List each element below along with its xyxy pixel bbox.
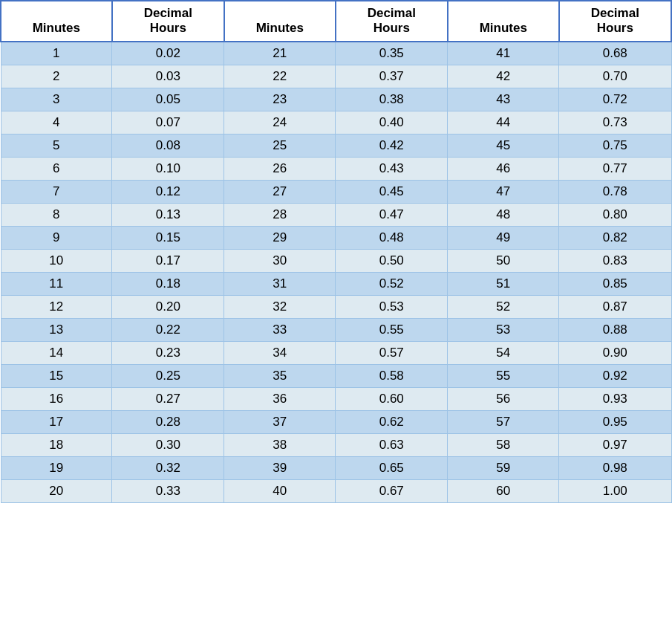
decimal-col-1: 0.30 bbox=[112, 433, 224, 456]
table-row: 10 0.17 30 0.50 50 0.83 bbox=[1, 249, 671, 272]
col-header-minutes-1: Minutes bbox=[1, 1, 112, 42]
decimal-col-1: 0.17 bbox=[112, 249, 224, 272]
decimal-col-1: 0.13 bbox=[112, 203, 224, 226]
minutes-col-1: 6 bbox=[1, 157, 112, 180]
minutes-col-2: 30 bbox=[224, 249, 336, 272]
decimal-col-3: 0.90 bbox=[559, 341, 671, 364]
decimal-col-2: 0.62 bbox=[336, 410, 448, 433]
col-header-minutes-2: Minutes bbox=[224, 1, 336, 42]
decimal-col-2: 0.55 bbox=[336, 318, 448, 341]
table-row: 18 0.30 38 0.63 58 0.97 bbox=[1, 433, 671, 456]
minutes-col-2: 27 bbox=[224, 180, 336, 203]
decimal-col-2: 0.67 bbox=[336, 479, 448, 502]
minutes-col-3: 48 bbox=[448, 203, 559, 226]
decimal-col-3: 0.93 bbox=[559, 387, 671, 410]
decimal-col-2: 0.35 bbox=[336, 42, 448, 65]
table-row: 4 0.07 24 0.40 44 0.73 bbox=[1, 111, 671, 134]
minutes-col-3: 51 bbox=[448, 272, 559, 295]
decimal-col-1: 0.22 bbox=[112, 318, 224, 341]
decimal-col-1: 0.32 bbox=[112, 456, 224, 479]
table-row: 19 0.32 39 0.65 59 0.98 bbox=[1, 456, 671, 479]
decimal-col-3: 0.80 bbox=[559, 203, 671, 226]
decimal-col-3: 0.70 bbox=[559, 65, 671, 88]
minutes-col-3: 53 bbox=[448, 318, 559, 341]
decimal-col-1: 0.27 bbox=[112, 387, 224, 410]
minutes-col-1: 9 bbox=[1, 226, 112, 249]
decimal-col-3: 0.75 bbox=[559, 134, 671, 157]
minutes-col-1: 1 bbox=[1, 42, 112, 65]
decimal-col-1: 0.25 bbox=[112, 364, 224, 387]
decimal-col-3: 0.87 bbox=[559, 295, 671, 318]
decimal-col-2: 0.53 bbox=[336, 295, 448, 318]
decimal-col-2: 0.42 bbox=[336, 134, 448, 157]
minutes-col-2: 40 bbox=[224, 479, 336, 502]
decimal-col-1: 0.05 bbox=[112, 88, 224, 111]
decimal-col-1: 0.08 bbox=[112, 134, 224, 157]
decimal-col-2: 0.58 bbox=[336, 364, 448, 387]
minutes-col-3: 60 bbox=[448, 479, 559, 502]
decimal-col-1: 0.23 bbox=[112, 341, 224, 364]
table-row: 7 0.12 27 0.45 47 0.78 bbox=[1, 180, 671, 203]
minutes-col-1: 8 bbox=[1, 203, 112, 226]
minutes-col-2: 22 bbox=[224, 65, 336, 88]
table-row: 17 0.28 37 0.62 57 0.95 bbox=[1, 410, 671, 433]
minutes-col-2: 36 bbox=[224, 387, 336, 410]
col-header-decimal-1: DecimalHours bbox=[112, 1, 224, 42]
table-row: 12 0.20 32 0.53 52 0.87 bbox=[1, 295, 671, 318]
decimal-col-3: 0.92 bbox=[559, 364, 671, 387]
minutes-col-1: 3 bbox=[1, 88, 112, 111]
decimal-col-3: 0.88 bbox=[559, 318, 671, 341]
minutes-col-3: 43 bbox=[448, 88, 559, 111]
minutes-col-1: 13 bbox=[1, 318, 112, 341]
minutes-col-3: 57 bbox=[448, 410, 559, 433]
decimal-col-1: 0.07 bbox=[112, 111, 224, 134]
minutes-col-2: 35 bbox=[224, 364, 336, 387]
minutes-col-1: 17 bbox=[1, 410, 112, 433]
table-row: 9 0.15 29 0.48 49 0.82 bbox=[1, 226, 671, 249]
decimal-col-3: 0.73 bbox=[559, 111, 671, 134]
decimal-col-3: 0.97 bbox=[559, 433, 671, 456]
decimal-col-2: 0.63 bbox=[336, 433, 448, 456]
decimal-col-1: 0.03 bbox=[112, 65, 224, 88]
decimal-col-3: 0.72 bbox=[559, 88, 671, 111]
decimal-col-1: 0.18 bbox=[112, 272, 224, 295]
minutes-col-2: 34 bbox=[224, 341, 336, 364]
minutes-col-1: 14 bbox=[1, 341, 112, 364]
minutes-col-3: 56 bbox=[448, 387, 559, 410]
minutes-col-1: 2 bbox=[1, 65, 112, 88]
minutes-col-1: 5 bbox=[1, 134, 112, 157]
minutes-col-1: 4 bbox=[1, 111, 112, 134]
minutes-col-1: 11 bbox=[1, 272, 112, 295]
decimal-col-1: 0.02 bbox=[112, 42, 224, 65]
minutes-col-1: 7 bbox=[1, 180, 112, 203]
table-row: 11 0.18 31 0.52 51 0.85 bbox=[1, 272, 671, 295]
minutes-col-3: 45 bbox=[448, 134, 559, 157]
minutes-col-2: 38 bbox=[224, 433, 336, 456]
minutes-col-3: 59 bbox=[448, 456, 559, 479]
minutes-col-2: 25 bbox=[224, 134, 336, 157]
minutes-col-2: 33 bbox=[224, 318, 336, 341]
table-row: 13 0.22 33 0.55 53 0.88 bbox=[1, 318, 671, 341]
decimal-col-2: 0.38 bbox=[336, 88, 448, 111]
minutes-col-2: 24 bbox=[224, 111, 336, 134]
minutes-col-3: 44 bbox=[448, 111, 559, 134]
table-row: 14 0.23 34 0.57 54 0.90 bbox=[1, 341, 671, 364]
minutes-col-2: 29 bbox=[224, 226, 336, 249]
decimal-col-3: 0.77 bbox=[559, 157, 671, 180]
table-row: 1 0.02 21 0.35 41 0.68 bbox=[1, 42, 671, 65]
decimal-col-1: 0.12 bbox=[112, 180, 224, 203]
decimal-col-1: 0.28 bbox=[112, 410, 224, 433]
decimal-col-2: 0.60 bbox=[336, 387, 448, 410]
minutes-col-3: 49 bbox=[448, 226, 559, 249]
minutes-col-2: 26 bbox=[224, 157, 336, 180]
minutes-col-3: 58 bbox=[448, 433, 559, 456]
table-row: 3 0.05 23 0.38 43 0.72 bbox=[1, 88, 671, 111]
minutes-col-1: 19 bbox=[1, 456, 112, 479]
decimal-col-2: 0.43 bbox=[336, 157, 448, 180]
decimal-col-2: 0.52 bbox=[336, 272, 448, 295]
table-row: 16 0.27 36 0.60 56 0.93 bbox=[1, 387, 671, 410]
table-row: 5 0.08 25 0.42 45 0.75 bbox=[1, 134, 671, 157]
decimal-col-1: 0.33 bbox=[112, 479, 224, 502]
minutes-col-2: 32 bbox=[224, 295, 336, 318]
decimal-col-3: 0.68 bbox=[559, 42, 671, 65]
